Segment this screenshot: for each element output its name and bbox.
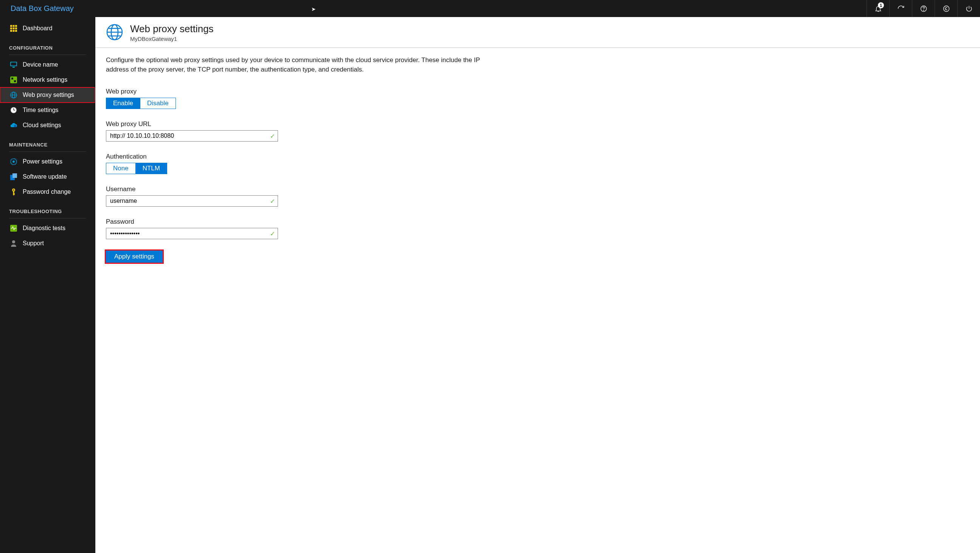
field-label: Web proxy	[106, 88, 501, 96]
sidebar-item-label: Password change	[23, 188, 71, 195]
svg-rect-13	[11, 62, 16, 65]
password-input[interactable]	[106, 228, 278, 239]
sidebar-item-device-name[interactable]: Device name	[0, 57, 95, 72]
svg-rect-15	[10, 76, 17, 83]
sidebar-item-support[interactable]: Support	[0, 236, 95, 251]
sidebar-divider	[9, 218, 86, 218]
sidebar-item-label: Dashboard	[23, 25, 52, 32]
globe-icon	[10, 91, 18, 99]
svg-point-1	[923, 10, 924, 10]
page-subtitle: MyDBoxGateway1	[130, 35, 214, 42]
sidebar-section-maintenance: MAINTENANCE	[0, 133, 95, 150]
sidebar-item-password-change[interactable]: Password change	[0, 184, 95, 199]
sidebar-section-troubleshooting: TROUBLESHOOTING	[0, 199, 95, 217]
sidebar-section-configuration: CONFIGURATION	[0, 36, 95, 53]
svg-point-27	[13, 161, 15, 163]
sidebar-item-label: Support	[23, 240, 44, 247]
sidebar-item-label: Time settings	[23, 107, 59, 113]
main-content: Web proxy settings MyDBoxGateway1 Config…	[95, 17, 980, 553]
field-label: Password	[106, 218, 501, 226]
update-icon	[10, 173, 18, 180]
globe-large-icon	[106, 24, 123, 42]
pulse-icon	[10, 225, 18, 232]
copyright-button[interactable]	[935, 0, 957, 17]
sidebar-divider	[9, 151, 86, 152]
sidebar-item-time-settings[interactable]: Time settings	[0, 103, 95, 118]
sidebar-item-cloud-settings[interactable]: Cloud settings	[0, 118, 95, 133]
refresh-button[interactable]	[889, 0, 912, 17]
field-web-proxy-url: Web proxy URL ✓	[106, 120, 501, 142]
page-description: Configure the optional web proxy setting…	[106, 56, 501, 74]
page-header: Web proxy settings MyDBoxGateway1	[95, 17, 980, 48]
clock-icon	[10, 106, 18, 114]
sidebar-item-label: Device name	[23, 61, 58, 68]
copyright-icon	[943, 5, 950, 13]
apply-settings-button[interactable]: Apply settings	[106, 250, 163, 263]
help-icon	[920, 5, 928, 13]
auth-ntlm-option[interactable]: NTLM	[135, 163, 167, 174]
svg-rect-7	[13, 28, 15, 30]
cloud-gear-icon	[10, 121, 18, 129]
svg-rect-4	[13, 25, 15, 27]
field-label: Authentication	[106, 153, 501, 161]
sidebar-divider	[9, 54, 86, 55]
sidebar-item-label: Power settings	[23, 158, 62, 165]
username-input[interactable]	[106, 195, 278, 207]
field-label: Username	[106, 185, 501, 193]
monitor-icon	[10, 61, 18, 69]
svg-rect-29	[13, 173, 17, 178]
network-icon	[10, 76, 18, 84]
sidebar-item-label: Web proxy settings	[23, 92, 74, 99]
sidebar-item-label: Cloud settings	[23, 122, 61, 129]
svg-rect-17	[14, 80, 16, 82]
svg-point-36	[12, 241, 15, 243]
power-icon	[965, 5, 973, 13]
sidebar: Dashboard CONFIGURATION Device name Netw…	[0, 17, 95, 553]
notifications-button[interactable]: 1	[867, 0, 889, 17]
field-username: Username ✓	[106, 185, 501, 207]
power-button[interactable]	[957, 0, 980, 17]
svg-point-25	[14, 125, 16, 127]
web-proxy-disable-option[interactable]: Disable	[140, 98, 175, 108]
grid-icon	[10, 25, 18, 32]
svg-rect-8	[15, 28, 17, 30]
sidebar-item-label: Software update	[23, 173, 67, 180]
sidebar-item-diagnostic-tests[interactable]: Diagnostic tests	[0, 221, 95, 236]
field-authentication: Authentication None NTLM	[106, 153, 501, 174]
svg-rect-34	[14, 194, 15, 195]
field-web-proxy: Web proxy Enable Disable	[106, 88, 501, 109]
authentication-toggle: None NTLM	[106, 163, 167, 174]
sidebar-item-dashboard[interactable]: Dashboard	[0, 21, 95, 36]
field-label: Web proxy URL	[106, 120, 501, 128]
page-title: Web proxy settings	[130, 23, 214, 35]
web-proxy-toggle: Enable Disable	[106, 98, 176, 109]
svg-point-31	[13, 189, 14, 190]
help-button[interactable]	[912, 0, 935, 17]
refresh-icon	[897, 5, 905, 13]
svg-rect-33	[14, 193, 15, 194]
sidebar-item-web-proxy-settings[interactable]: Web proxy settings	[0, 88, 95, 103]
auth-none-option[interactable]: None	[106, 163, 135, 174]
sidebar-item-power-settings[interactable]: Power settings	[0, 154, 95, 169]
sidebar-item-software-update[interactable]: Software update	[0, 169, 95, 184]
key-icon	[10, 188, 18, 196]
svg-point-2	[943, 6, 949, 11]
sidebar-item-label: Network settings	[23, 76, 67, 83]
svg-rect-16	[11, 78, 13, 80]
notification-badge: 1	[878, 2, 884, 8]
sidebar-item-network-settings[interactable]: Network settings	[0, 72, 95, 88]
web-proxy-url-input[interactable]	[106, 130, 278, 142]
svg-rect-5	[15, 25, 17, 27]
svg-rect-14	[13, 67, 15, 68]
web-proxy-enable-option[interactable]: Enable	[106, 98, 140, 108]
svg-rect-9	[10, 30, 12, 32]
svg-rect-11	[15, 30, 17, 32]
top-bar: Data Box Gateway 1	[0, 0, 980, 17]
person-icon	[10, 240, 18, 247]
gear-icon	[10, 158, 18, 166]
sidebar-item-label: Diagnostic tests	[23, 225, 65, 232]
svg-rect-6	[10, 28, 12, 30]
brand-title: Data Box Gateway	[11, 4, 74, 13]
field-password: Password ✓	[106, 218, 501, 239]
svg-rect-3	[10, 25, 12, 27]
